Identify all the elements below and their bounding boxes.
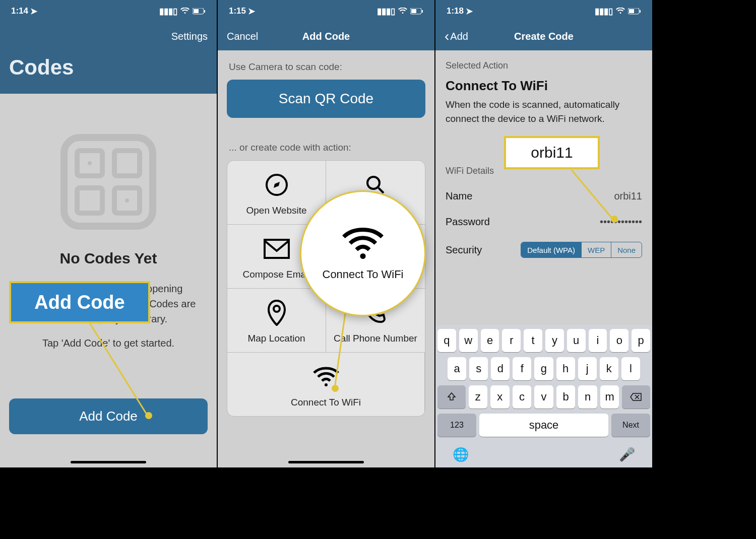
- callout-wifi-zoom: Connect To WiFi: [300, 190, 426, 316]
- scan-label: Use Camera to scan code:: [218, 50, 434, 80]
- key-j[interactable]: j: [578, 357, 597, 380]
- scan-qr-button[interactable]: Scan QR Code: [227, 80, 425, 118]
- envelope-icon: [263, 235, 291, 263]
- nav-bar: Cancel Add Code: [218, 22, 434, 50]
- key-a[interactable]: a: [448, 357, 466, 380]
- key-o[interactable]: o: [610, 329, 628, 352]
- key-b[interactable]: b: [556, 385, 576, 409]
- shift-key[interactable]: [437, 385, 466, 409]
- panel-add-code: 1:15➤ ▮▮▮▯ Cancel Add Code Use Camera to…: [218, 0, 435, 467]
- svg-point-12: [325, 383, 328, 386]
- key-r[interactable]: r: [502, 329, 521, 352]
- empty-hint: Tap 'Add Code' to get started.: [0, 338, 217, 349]
- cancel-button[interactable]: Cancel: [227, 31, 258, 42]
- key-e[interactable]: e: [481, 329, 499, 352]
- key-p[interactable]: p: [632, 329, 650, 352]
- svg-marker-7: [274, 182, 280, 188]
- mic-icon[interactable]: 🎤: [619, 447, 635, 462]
- svg-rect-15: [629, 9, 634, 13]
- compass-icon: [263, 171, 291, 199]
- name-value: orbi11: [614, 190, 642, 202]
- action-map-location[interactable]: Map Location: [227, 289, 326, 353]
- delete-key[interactable]: [622, 385, 650, 409]
- location-icon: ➤: [30, 6, 37, 17]
- signal-icon: ▮▮▮▯: [377, 6, 395, 17]
- status-time: 1:15: [229, 6, 246, 16]
- key-l[interactable]: l: [621, 357, 640, 380]
- location-icon: ➤: [248, 6, 255, 17]
- battery-icon: [410, 8, 423, 15]
- action-open-website[interactable]: Open Website: [227, 161, 326, 225]
- action-description: When the code is scanned, automatically …: [435, 98, 652, 141]
- key-w[interactable]: w: [459, 329, 478, 352]
- password-value: ••••••••••••: [600, 216, 642, 228]
- settings-button[interactable]: Settings: [171, 31, 208, 42]
- next-key[interactable]: Next: [611, 414, 650, 437]
- home-indicator: [288, 461, 364, 463]
- kb-row3: zxcvbnm: [437, 385, 650, 409]
- home-indicator: [71, 461, 146, 463]
- key-v[interactable]: v: [534, 385, 553, 409]
- key-h[interactable]: h: [556, 357, 575, 380]
- action-connect-wifi[interactable]: Connect To WiFi: [227, 353, 425, 416]
- keyboard: qwertyuiop asdfghjkl zxcvbnm 123 space N…: [435, 325, 652, 467]
- svg-rect-16: [640, 10, 641, 13]
- status-bar: 1:18➤ ▮▮▮▯: [435, 0, 652, 22]
- key-i[interactable]: i: [589, 329, 607, 352]
- panel-codes-list: 1:14➤ ▮▮▮▯ Settings Codes No Codes Yet C…: [0, 0, 218, 467]
- key-k[interactable]: k: [600, 357, 618, 380]
- pin-icon: [263, 299, 291, 327]
- signal-icon: ▮▮▮▯: [595, 6, 613, 17]
- seg-wep[interactable]: WEP: [582, 242, 611, 257]
- svg-rect-4: [411, 9, 416, 13]
- key-x[interactable]: x: [490, 385, 510, 409]
- kb-row2: asdfghjkl: [437, 357, 650, 380]
- numbers-key[interactable]: 123: [437, 414, 476, 437]
- key-d[interactable]: d: [491, 357, 510, 380]
- callout-dot: [332, 385, 339, 392]
- key-m[interactable]: m: [600, 385, 619, 409]
- back-button[interactable]: ‹Add: [445, 28, 468, 44]
- svg-point-8: [367, 177, 380, 189]
- key-z[interactable]: z: [469, 385, 488, 409]
- wifi-icon-large: [340, 226, 386, 261]
- panel-create-code: 1:18➤ ▮▮▮▯ ‹Add Create Code Selected Act…: [435, 0, 653, 467]
- callout-label: Connect To WiFi: [323, 268, 404, 281]
- key-f[interactable]: f: [513, 357, 531, 380]
- nav-bar: Settings: [0, 22, 217, 50]
- empty-title: No Codes Yet: [0, 250, 217, 267]
- key-q[interactable]: q: [437, 329, 456, 352]
- back-label: Add: [450, 31, 468, 42]
- space-key[interactable]: space: [479, 414, 608, 437]
- qr-placeholder-icon: [60, 134, 156, 230]
- key-s[interactable]: s: [469, 357, 488, 380]
- kb-row4: 123 space Next: [437, 414, 650, 437]
- status-bar: 1:14➤ ▮▮▮▯: [0, 0, 217, 22]
- callout-dot: [611, 216, 618, 223]
- security-segmented[interactable]: Default (WPA) WEP None: [521, 242, 642, 258]
- location-icon: ➤: [466, 6, 473, 17]
- key-g[interactable]: g: [534, 357, 553, 380]
- key-c[interactable]: c: [513, 385, 532, 409]
- kb-row1: qwertyuiop: [437, 329, 650, 352]
- battery-icon: [628, 8, 641, 15]
- wifi-security-row: Security Default (WPA) WEP None: [435, 235, 652, 265]
- wifi-icon: [616, 8, 625, 15]
- chevron-left-icon: ‹: [445, 28, 449, 44]
- seg-none[interactable]: None: [611, 242, 642, 257]
- wifi-name-row[interactable]: Name orbi11: [435, 183, 652, 209]
- svg-rect-2: [204, 10, 205, 13]
- svg-rect-5: [422, 10, 423, 13]
- globe-icon[interactable]: 🌐: [453, 447, 469, 462]
- key-n[interactable]: n: [578, 385, 597, 409]
- svg-point-13: [360, 253, 365, 259]
- selected-action-header: Selected Action: [435, 50, 652, 78]
- add-code-button[interactable]: Add Code: [9, 398, 208, 434]
- svg-point-11: [274, 306, 280, 312]
- wifi-password-row[interactable]: Password ••••••••••••: [435, 209, 652, 235]
- key-u[interactable]: u: [567, 329, 586, 352]
- key-y[interactable]: y: [545, 329, 564, 352]
- seg-wpa[interactable]: Default (WPA): [521, 242, 582, 257]
- callout-orbi: orbi11: [504, 136, 600, 169]
- key-t[interactable]: t: [524, 329, 542, 352]
